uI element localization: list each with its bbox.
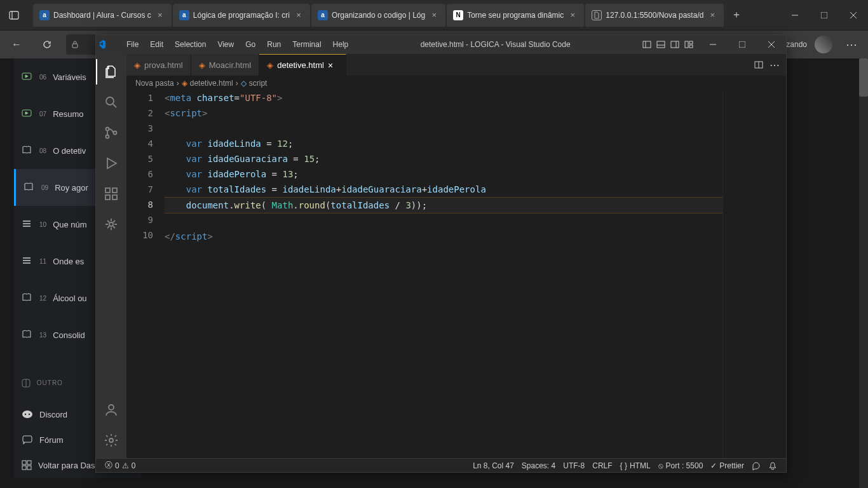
item-number: 06 bbox=[39, 74, 46, 81]
menu-file[interactable]: File bbox=[121, 37, 144, 51]
gitlens-icon[interactable] bbox=[96, 212, 126, 237]
explorer-icon[interactable] bbox=[96, 59, 126, 85]
browser-tab[interactable]: a Organizando o codigo | Lóg × bbox=[311, 4, 445, 27]
list-icon bbox=[22, 219, 33, 230]
crumb-symbol[interactable]: script bbox=[249, 79, 268, 88]
menu-view[interactable]: View bbox=[212, 37, 239, 51]
menu-selection[interactable]: Selection bbox=[170, 37, 211, 51]
breadcrumb[interactable]: Nova pasta › ◈ detetive.html › ◇ script bbox=[126, 76, 786, 90]
svg-point-38 bbox=[106, 97, 114, 105]
browser-tab[interactable]: N Torne seu programa dinâmic × bbox=[447, 4, 584, 27]
more-menu-button[interactable]: ⋯ bbox=[840, 37, 863, 51]
svg-rect-32 bbox=[689, 41, 693, 44]
crumb-folder[interactable]: Nova pasta bbox=[135, 79, 174, 88]
item-number: 13 bbox=[39, 332, 46, 339]
minimize-button[interactable] bbox=[698, 35, 728, 54]
close-icon[interactable]: × bbox=[567, 10, 578, 20]
encoding[interactable]: UTF-8 bbox=[559, 461, 588, 470]
item-number: 07 bbox=[39, 111, 46, 118]
menu-go[interactable]: Go bbox=[240, 37, 261, 51]
settings-gear-icon[interactable] bbox=[96, 428, 126, 453]
browser-tab-strip: a Dashboard | Alura - Cursos c × a Lógic… bbox=[28, 0, 780, 30]
code-icon: { } bbox=[620, 461, 627, 470]
layout-controls bbox=[637, 40, 698, 49]
search-icon[interactable] bbox=[96, 90, 126, 115]
book-icon bbox=[24, 182, 35, 193]
run-debug-icon[interactable] bbox=[96, 151, 126, 176]
status-bar: ⓧ0 ⚠0 Ln 8, Col 47 Spaces: 4 UTF-8 CRLF … bbox=[96, 458, 786, 472]
vscode-window: File Edit Selection View Go Run Terminal… bbox=[95, 34, 787, 473]
close-icon[interactable]: × bbox=[707, 10, 717, 20]
activity-bar bbox=[96, 54, 126, 458]
close-icon[interactable]: × bbox=[294, 10, 304, 20]
chevron-right-icon: › bbox=[177, 79, 179, 88]
svg-rect-46 bbox=[112, 188, 117, 193]
editor-tab[interactable]: ◈ prova.html bbox=[126, 54, 191, 76]
svg-rect-25 bbox=[643, 41, 651, 48]
new-tab-button[interactable]: ＋ bbox=[725, 4, 748, 27]
svg-rect-27 bbox=[657, 41, 665, 48]
svg-rect-45 bbox=[112, 195, 117, 200]
toggle-panel-icon[interactable] bbox=[656, 40, 665, 49]
language-mode[interactable]: { } HTML bbox=[616, 461, 654, 470]
svg-point-19 bbox=[29, 414, 30, 415]
scrollbar-thumb[interactable] bbox=[859, 58, 868, 97]
item-label: Álcool ou bbox=[53, 294, 86, 303]
eol[interactable]: CRLF bbox=[588, 461, 616, 470]
svg-point-18 bbox=[25, 414, 26, 415]
item-label: Roy agor bbox=[55, 183, 88, 193]
close-button[interactable] bbox=[757, 35, 786, 54]
feedback-icon[interactable] bbox=[748, 461, 764, 470]
svg-rect-3 bbox=[821, 12, 827, 18]
editor-tab[interactable]: ◈ Moacir.html bbox=[191, 54, 259, 76]
close-icon[interactable]: × bbox=[429, 10, 439, 20]
vscode-logo-icon bbox=[96, 39, 119, 50]
crumb-file[interactable]: detetive.html bbox=[190, 79, 233, 88]
back-button[interactable]: ← bbox=[5, 33, 28, 56]
maximize-button[interactable] bbox=[728, 35, 757, 54]
browser-tab[interactable]: 127.0.0.1:5500/Nova pasta/d × bbox=[585, 4, 724, 27]
menu-edit[interactable]: Edit bbox=[145, 37, 168, 51]
close-window-button[interactable] bbox=[839, 5, 868, 25]
html-file-icon: ◈ bbox=[267, 60, 273, 70]
tab-sidebar-icon[interactable] bbox=[3, 4, 25, 27]
code-content[interactable]: <meta charset="UTF-8"> <script> var idad… bbox=[165, 90, 722, 458]
refresh-button[interactable] bbox=[36, 33, 58, 56]
indentation[interactable]: Spaces: 4 bbox=[518, 461, 559, 470]
split-editor-icon[interactable] bbox=[754, 60, 763, 69]
forum-label: Fórum bbox=[39, 435, 64, 445]
menu-help[interactable]: Help bbox=[328, 37, 354, 51]
minimize-button[interactable] bbox=[780, 5, 810, 25]
svg-rect-31 bbox=[685, 41, 688, 48]
cursor-position[interactable]: Ln 8, Col 47 bbox=[469, 461, 518, 470]
live-server[interactable]: ⦸ Port : 5500 bbox=[654, 461, 707, 470]
toggle-sidebar-icon[interactable] bbox=[642, 40, 651, 49]
close-icon[interactable]: × bbox=[155, 10, 165, 20]
toggle-right-icon[interactable] bbox=[670, 40, 679, 49]
profile-avatar[interactable] bbox=[815, 36, 832, 53]
vscode-titlebar[interactable]: File Edit Selection View Go Run Terminal… bbox=[96, 35, 786, 54]
minimap[interactable] bbox=[722, 90, 786, 458]
menu-terminal[interactable]: Terminal bbox=[287, 37, 326, 51]
tab-title: Dashboard | Alura - Cursos c bbox=[53, 11, 151, 20]
notifications-icon[interactable] bbox=[764, 461, 781, 470]
extensions-icon[interactable] bbox=[96, 181, 126, 207]
layout-customize-icon[interactable] bbox=[684, 40, 693, 49]
problems-button[interactable]: ⓧ0 ⚠0 bbox=[101, 460, 139, 471]
code-editor[interactable]: 12345678910 <meta charset="UTF-8"> <scri… bbox=[126, 90, 786, 458]
account-icon[interactable] bbox=[96, 397, 126, 423]
window-controls bbox=[780, 5, 868, 25]
browser-scrollbar[interactable] bbox=[859, 58, 868, 488]
source-control-icon[interactable] bbox=[96, 120, 126, 146]
maximize-button[interactable] bbox=[810, 5, 839, 25]
more-actions-icon[interactable]: ⋯ bbox=[770, 59, 780, 71]
menu-run[interactable]: Run bbox=[262, 37, 286, 51]
lock-icon bbox=[71, 41, 84, 48]
prettier-status[interactable]: ✓ Prettier bbox=[707, 461, 748, 470]
close-icon[interactable]: × bbox=[328, 60, 338, 71]
browser-tab[interactable]: a Dashboard | Alura - Cursos c × bbox=[33, 4, 172, 27]
item-label: O detetiv bbox=[53, 146, 86, 156]
editor-tab[interactable]: ◈ detetive.html × bbox=[259, 54, 346, 76]
browser-tab[interactable]: a Lógica de programação I: cri × bbox=[173, 4, 310, 27]
svg-rect-44 bbox=[105, 195, 110, 200]
